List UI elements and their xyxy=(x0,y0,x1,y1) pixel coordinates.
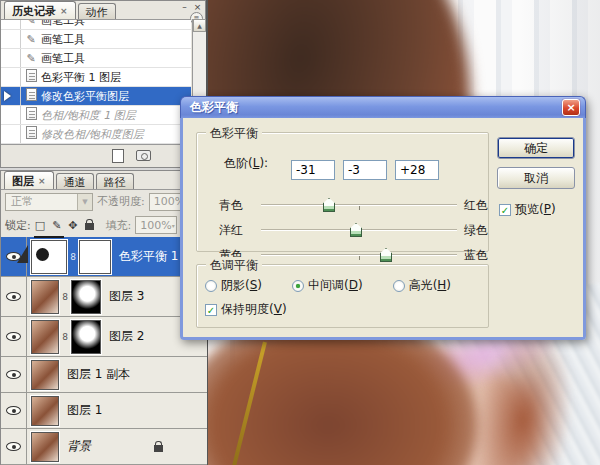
history-item-label: 色相/饱和度 1 图层 xyxy=(41,108,136,123)
layer-mask-thumbnail[interactable] xyxy=(79,240,111,274)
history-source-well[interactable] xyxy=(1,19,21,29)
dialog-titlebar[interactable]: 色彩平衡 × xyxy=(180,96,586,118)
layer-name[interactable]: 图层 1 副本 xyxy=(67,366,130,383)
lock-all-icon[interactable] xyxy=(85,223,94,230)
shadows-radio[interactable]: 阴影(S) xyxy=(205,277,262,294)
visibility-cell[interactable] xyxy=(1,429,27,464)
visibility-cell[interactable] xyxy=(1,317,27,356)
layer-row[interactable]: 8 图层 3 xyxy=(1,277,207,317)
new-document-from-state-icon[interactable] xyxy=(112,149,124,163)
yellow-blue-slider-track[interactable] xyxy=(261,254,457,256)
visibility-cell[interactable] xyxy=(1,277,27,316)
tab-close-icon[interactable]: × xyxy=(38,176,46,186)
tab-actions-label: 动作 xyxy=(86,5,108,20)
layer-thumbnail[interactable] xyxy=(31,432,59,462)
history-source-well[interactable] xyxy=(1,125,21,143)
layer-thumbnail[interactable] xyxy=(31,320,59,354)
tab-actions[interactable]: 动作 xyxy=(78,3,116,19)
layer-thumbnail[interactable] xyxy=(31,396,59,426)
spinner-arrow-icon[interactable]: ▾ xyxy=(172,222,175,229)
history-source-well[interactable] xyxy=(1,49,21,67)
dialog-close-icon[interactable]: × xyxy=(562,99,580,116)
history-source-well[interactable] xyxy=(1,30,21,48)
layer-name[interactable]: 图层 3 xyxy=(109,288,144,305)
radio-icon[interactable] xyxy=(393,280,405,292)
link-mask-icon[interactable]: 8 xyxy=(60,332,70,342)
tab-paths[interactable]: 路径 xyxy=(96,173,134,189)
history-row-undone[interactable]: 修改色相/饱和度图层 xyxy=(1,125,191,144)
cyan-red-slider-thumb[interactable] xyxy=(323,198,335,212)
yellow-blue-value-input[interactable] xyxy=(395,160,439,180)
layer-mask-thumbnail[interactable] xyxy=(71,280,101,314)
link-mask-icon[interactable]: 8 xyxy=(60,292,70,302)
cyan-red-value-input[interactable] xyxy=(291,160,335,180)
lock-position-icon[interactable]: ✥ xyxy=(68,219,77,232)
layer-thumbnail[interactable] xyxy=(31,360,59,390)
layer-row-background[interactable]: 背景 xyxy=(1,429,207,465)
history-source-well[interactable] xyxy=(1,106,21,124)
eye-icon[interactable] xyxy=(6,406,21,415)
layer-row[interactable]: 图层 1 xyxy=(1,393,207,429)
yellow-blue-slider-thumb[interactable] xyxy=(380,248,392,262)
eye-icon[interactable] xyxy=(6,332,21,341)
checkbox-check-icon[interactable]: ✓ xyxy=(499,204,511,216)
history-row-selected[interactable]: 修改色彩平衡图层 xyxy=(1,87,191,106)
checkbox-check-icon[interactable]: ✓ xyxy=(205,304,217,316)
eye-icon[interactable] xyxy=(6,292,21,301)
highlights-radio[interactable]: 高光(H) xyxy=(393,277,451,294)
eye-icon[interactable] xyxy=(6,370,21,379)
blend-mode-select[interactable]: 正常 ▼ xyxy=(5,193,93,211)
slider-left-label: 洋红 xyxy=(219,222,243,239)
tab-channels[interactable]: 通道 xyxy=(56,173,94,189)
layer-row[interactable]: 8 图层 2 xyxy=(1,317,207,357)
layer-name[interactable]: 背景 xyxy=(67,438,91,455)
history-row[interactable]: 色彩平衡 1 图层 xyxy=(1,68,191,87)
layer-row[interactable]: 图层 1 副本 xyxy=(1,357,207,393)
history-source-well[interactable] xyxy=(1,68,21,86)
history-footer xyxy=(1,144,191,166)
layer-name[interactable]: 图层 2 xyxy=(109,328,144,345)
slider-right-label: 绿色 xyxy=(464,222,488,239)
layer-thumbnail[interactable] xyxy=(31,280,59,314)
history-row-undone[interactable]: 色相/饱和度 1 图层 xyxy=(1,106,191,125)
tab-close-icon[interactable]: × xyxy=(60,6,68,16)
preview-label: 预览(P) xyxy=(515,201,556,218)
minimize-icon[interactable]: – xyxy=(180,2,189,12)
history-row[interactable]: ✎ 画笔工具 xyxy=(1,30,191,49)
preserve-luminosity-checkbox[interactable]: ✓ 保持明度(V) xyxy=(205,301,287,318)
layer-row-selected[interactable]: 8 色彩平衡 1 xyxy=(1,237,207,277)
tab-history[interactable]: 历史记录 × xyxy=(4,1,76,19)
chevron-down-icon[interactable]: ▼ xyxy=(77,194,92,210)
radio-selected-icon[interactable] xyxy=(292,280,304,292)
lock-transparency-icon[interactable]: □ xyxy=(35,219,45,232)
layer-mask-thumbnail[interactable] xyxy=(71,320,101,354)
tab-layers-label: 图层 xyxy=(12,174,34,189)
midtones-radio[interactable]: 中间调(D) xyxy=(292,277,363,294)
close-icon[interactable]: × xyxy=(193,2,202,12)
preview-checkbox[interactable]: ✓ 预览(P) xyxy=(499,201,556,218)
scroll-up-icon[interactable]: ▲ xyxy=(193,19,206,32)
visibility-cell[interactable] xyxy=(1,357,27,392)
link-mask-icon[interactable]: 8 xyxy=(68,252,78,262)
tab-paths-label: 路径 xyxy=(104,175,126,190)
layer-name[interactable]: 色彩平衡 1 xyxy=(119,248,178,265)
blend-mode-value: 正常 xyxy=(11,194,33,209)
magenta-green-slider-track[interactable] xyxy=(261,229,457,231)
eye-icon[interactable] xyxy=(6,442,21,451)
tab-layers[interactable]: 图层 × xyxy=(4,171,54,189)
layer-name[interactable]: 图层 1 xyxy=(67,402,102,419)
magenta-green-slider-thumb[interactable] xyxy=(350,223,362,237)
new-snapshot-camera-icon[interactable] xyxy=(136,150,151,161)
visibility-cell[interactable] xyxy=(1,393,27,428)
adjustment-layer-thumbnail[interactable] xyxy=(31,240,67,274)
fill-field[interactable]: 100% ▾ xyxy=(135,216,177,234)
history-source-well[interactable] xyxy=(1,87,21,105)
cancel-button[interactable]: 取消 xyxy=(497,167,575,189)
history-row[interactable]: ✎ 画笔工具 xyxy=(1,19,191,30)
history-row[interactable]: ✎ 画笔工具 xyxy=(1,49,191,68)
lock-paint-icon[interactable]: ✎ xyxy=(52,219,61,232)
ok-button[interactable]: 确定 xyxy=(497,137,575,159)
magenta-green-value-input[interactable] xyxy=(343,160,387,180)
radio-icon[interactable] xyxy=(205,280,217,292)
cyan-red-slider-track[interactable] xyxy=(261,204,457,206)
